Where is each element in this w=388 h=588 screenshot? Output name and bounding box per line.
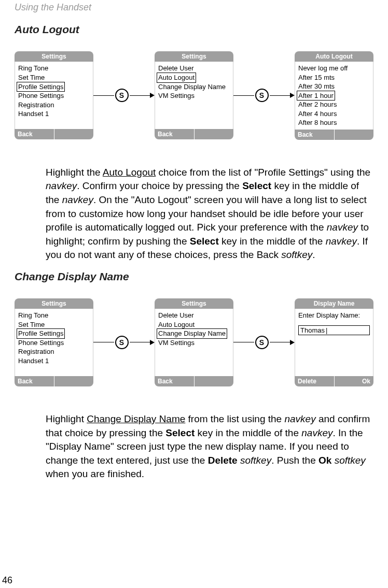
select-key-icon: S (255, 336, 269, 349)
arrow-icon (150, 340, 155, 345)
menu-item: Handset 1 (18, 356, 90, 366)
screen-title: Settings (155, 51, 233, 62)
flow-connector: S (233, 89, 295, 102)
menu-item: After 30 mts (298, 82, 370, 91)
screen-title: Settings (155, 298, 233, 309)
screen-settings-main-2: Settings Ring Tone Set Time Profile Sett… (15, 298, 93, 386)
menu-item: Ring Tone (18, 311, 90, 320)
screen-body: Delete User Auto Logout Change Display N… (155, 309, 233, 376)
arrow-icon (150, 93, 155, 98)
softkey-left[interactable]: Delete (295, 376, 335, 386)
menu-item: VM Settings (158, 338, 230, 348)
screen-footer: Back (155, 129, 233, 139)
screen-display-name: Display Name Enter Display Name: Thomas … (295, 298, 373, 386)
menu-item: Delete User (158, 64, 230, 73)
softkey-left[interactable]: Back (155, 376, 195, 386)
menu-item-highlighted: Auto Logout (158, 73, 230, 82)
menu-item: Set Time (18, 73, 90, 82)
menu-item: Change Display Name (158, 82, 230, 92)
select-key-icon: S (115, 336, 129, 349)
softkey-right[interactable] (195, 376, 234, 386)
select-key-icon: S (115, 89, 129, 102)
flow-connector: S (93, 89, 155, 102)
softkey-left[interactable]: Back (15, 376, 54, 386)
menu-item: VM Settings (158, 91, 230, 101)
softkey-left[interactable]: Back (15, 129, 54, 139)
screen-footer: Back (155, 376, 233, 386)
screen-body: Enter Display Name: Thomas (295, 309, 373, 376)
display-name-input[interactable]: Thomas (298, 325, 370, 336)
menu-item: Delete User (158, 311, 230, 320)
flow-change-display-name: Settings Ring Tone Set Time Profile Sett… (15, 298, 373, 386)
screen-settings-profile-2: Settings Delete User Auto Logout Change … (155, 298, 233, 386)
menu-item: After 8 hours (298, 118, 370, 127)
menu-item-highlighted: Change Display Name (158, 329, 230, 338)
screen-title: Settings (15, 298, 93, 309)
screen-body: Never log me off After 15 mts After 30 m… (295, 62, 373, 130)
arrow-icon (290, 93, 295, 98)
menu-item: Set Time (18, 320, 90, 329)
screen-footer: Back (15, 129, 93, 139)
screen-settings-profile-1: Settings Delete User Auto Logout Change … (155, 51, 233, 139)
screen-footer: Back (15, 376, 93, 386)
screen-body: Delete User Auto Logout Change Display N… (155, 62, 233, 129)
softkey-left[interactable]: Back (155, 129, 195, 139)
paragraph-auto-logout: Highlight the Auto Logout choice from th… (46, 166, 373, 262)
menu-item: Phone Settings (18, 91, 90, 101)
menu-item: Auto Logout (158, 320, 230, 329)
screen-auto-logout: Auto Logout Never log me off After 15 mt… (295, 51, 373, 140)
menu-item: Never log me off (298, 64, 370, 73)
softkey-left[interactable]: Back (295, 130, 335, 140)
menu-item: After 4 hours (298, 109, 370, 119)
screen-title: Display Name (295, 298, 373, 309)
menu-item: Handset 1 (18, 109, 90, 119)
prompt-label: Enter Display Name: (298, 311, 370, 320)
menu-item-highlighted: After 1 hour (298, 91, 370, 101)
screen-footer: Delete Ok (295, 376, 373, 386)
flow-connector: S (233, 336, 295, 349)
screen-settings-main-1: Settings Ring Tone Set Time Profile Sett… (15, 51, 93, 139)
softkey-right[interactable] (195, 129, 234, 139)
section-title-auto-logout: Auto Logout (15, 23, 373, 36)
menu-item: After 2 hours (298, 100, 370, 109)
screen-title: Auto Logout (295, 51, 373, 62)
softkey-right[interactable] (54, 376, 94, 386)
menu-item-highlighted: Profile Settings (18, 329, 90, 338)
softkey-right[interactable] (335, 130, 374, 140)
chapter-header: Using the Handset (15, 0, 373, 17)
softkey-right[interactable] (54, 129, 94, 139)
screen-body: Ring Tone Set Time Profile Settings Phon… (15, 309, 93, 376)
section-title-change-display-name: Change Display Name (15, 270, 373, 283)
menu-item: Registration (18, 347, 90, 356)
screen-footer: Back (295, 130, 373, 140)
flow-connector: S (93, 336, 155, 349)
menu-item: Registration (18, 101, 90, 110)
softkey-right[interactable]: Ok (335, 376, 374, 386)
arrow-icon (290, 340, 295, 345)
screen-body: Ring Tone Set Time Profile Settings Phon… (15, 62, 93, 129)
menu-item: After 15 mts (298, 73, 370, 82)
page-number: 46 (2, 575, 12, 586)
flow-auto-logout: Settings Ring Tone Set Time Profile Sett… (15, 51, 373, 140)
select-key-icon: S (255, 89, 269, 102)
menu-item: Ring Tone (18, 64, 90, 73)
screen-title: Settings (15, 51, 93, 62)
paragraph-change-display-name: Highlight Change Display Name from the l… (46, 412, 373, 481)
menu-item-highlighted: Profile Settings (18, 82, 90, 92)
menu-item: Phone Settings (18, 338, 90, 348)
